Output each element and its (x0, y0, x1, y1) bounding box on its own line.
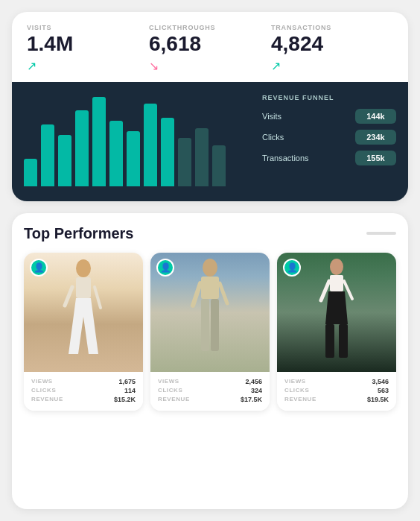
svg-rect-12 (330, 275, 343, 291)
bar-group (127, 131, 140, 186)
performer-figure (311, 257, 363, 372)
clicks-value: 563 (378, 387, 389, 394)
bar-group (41, 124, 54, 186)
performer-image: 👤 (24, 253, 143, 372)
chart-bar (178, 138, 191, 186)
bar-group (212, 145, 226, 186)
performers-header: Top Performers (24, 225, 396, 242)
bar-group (178, 138, 191, 186)
transactions-trend-icon: ↗ (271, 59, 393, 73)
svg-marker-2 (69, 298, 98, 354)
performer-avatar: 👤 (30, 259, 48, 277)
chart-bar (212, 145, 226, 186)
revenue-label: REVENUE (158, 396, 190, 402)
performer-figure (184, 257, 236, 372)
performer-card[interactable]: 👤 VIEWS 1,675 CLICKS 114 REVENUE (24, 253, 143, 411)
clicks-row: CLICKS 114 (31, 387, 136, 394)
funnel-row-value: 234k (355, 130, 396, 145)
svg-line-3 (65, 287, 72, 306)
performer-image: 👤 (150, 253, 270, 372)
svg-rect-14 (325, 324, 334, 358)
performers-grid: 👤 VIEWS 1,675 CLICKS 114 REVENUE (24, 253, 396, 411)
visits-trend-icon: ↗ (27, 59, 149, 73)
views-value: 3,546 (372, 378, 389, 385)
chart-bar (41, 124, 54, 186)
funnel-row-label: Clicks (262, 133, 284, 142)
chart-bar (92, 97, 106, 186)
funnel-row: Visits 144k (262, 109, 396, 124)
clicks-value: 114 (124, 387, 136, 394)
views-value: 1,675 (118, 378, 136, 385)
svg-rect-15 (339, 324, 348, 358)
revenue-label: REVENUE (284, 396, 316, 402)
funnel-row-value: 144k (355, 109, 396, 124)
svg-rect-7 (201, 299, 209, 351)
chart-bar (24, 159, 37, 186)
performer-image: 👤 (277, 253, 396, 372)
funnel-row-label: Visits (262, 112, 281, 121)
clickthroughs-trend-icon: ↘ (149, 59, 271, 73)
svg-rect-6 (201, 277, 219, 299)
clicks-row: CLICKS 324 (158, 387, 262, 394)
performers-title: Top Performers (24, 225, 133, 242)
clicks-label: CLICKS (158, 387, 182, 394)
bar-group (109, 121, 123, 186)
bar-group (195, 128, 209, 186)
bar-group (75, 110, 89, 186)
performer-card[interactable]: 👤 VIEWS 2,456 CLICKS 324 (150, 253, 270, 411)
chart-bar (109, 121, 123, 186)
svg-point-5 (203, 259, 217, 277)
performer-avatar: 👤 (283, 259, 301, 277)
svg-point-0 (76, 259, 91, 277)
visits-stat: VISITS 1.4M ↗ (27, 24, 149, 73)
chart-bar (161, 118, 174, 186)
performer-figure (57, 257, 109, 372)
revenue-row: REVENUE $17.5K (158, 396, 262, 403)
views-label: VIEWS (31, 378, 53, 385)
clicks-row: CLICKS 563 (284, 387, 389, 394)
svg-line-4 (95, 287, 101, 308)
svg-line-9 (193, 283, 200, 306)
svg-rect-1 (76, 277, 91, 298)
revenue-value: $15.2K (114, 396, 136, 403)
clicks-label: CLICKS (31, 387, 56, 394)
svg-line-17 (344, 281, 352, 299)
views-label: VIEWS (158, 378, 179, 385)
chart-section: REVENUE FUNNEL Visits 144k Clicks 234k T… (12, 82, 408, 201)
performer-card[interactable]: 👤 VIEWS 3,546 CLICKS 563 (277, 253, 396, 411)
svg-rect-8 (211, 299, 219, 351)
performer-avatar: 👤 (156, 259, 174, 277)
chart-bar (58, 135, 71, 186)
funnel-row: Transactions 155k (262, 151, 396, 165)
avatar-icon: 👤 (34, 262, 45, 273)
top-performers-card: Top Performers 👤 VIEWS 1,675 CLIC (12, 213, 408, 509)
visits-value: 1.4M (27, 33, 149, 56)
transactions-label: TRANSACTIONS (271, 24, 393, 31)
top-stats-card: VISITS 1.4M ↗ CLICKTHROUGHS 6,618 ↘ TRAN… (12, 12, 408, 201)
chart-bar (144, 104, 157, 186)
views-row: VIEWS 2,456 (158, 378, 262, 385)
bar-group (24, 159, 37, 186)
transactions-value: 4,824 (271, 33, 393, 56)
transactions-stat: TRANSACTIONS 4,824 ↗ (271, 24, 393, 73)
funnel-title: REVENUE FUNNEL (262, 94, 396, 101)
visits-label: VISITS (27, 24, 149, 31)
svg-marker-13 (325, 291, 348, 324)
avatar-icon: 👤 (287, 262, 298, 273)
performer-stats: VIEWS 3,546 CLICKS 563 REVENUE $19.5K (277, 372, 396, 411)
clickthroughs-stat: CLICKTHROUGHS 6,618 ↘ (149, 24, 271, 73)
funnel-row-value: 155k (355, 151, 396, 165)
chart-bar (195, 128, 209, 186)
bar-chart (24, 94, 253, 189)
scroll-indicator (366, 232, 396, 235)
bar-group (92, 97, 106, 186)
chart-bar (127, 131, 140, 186)
views-row: VIEWS 1,675 (31, 378, 136, 385)
funnel-panel: REVENUE FUNNEL Visits 144k Clicks 234k T… (262, 94, 396, 189)
performer-stats: VIEWS 2,456 CLICKS 324 REVENUE $17.5K (150, 372, 270, 411)
clicks-label: CLICKS (284, 387, 309, 394)
avatar-icon: 👤 (160, 262, 171, 273)
stats-row: VISITS 1.4M ↗ CLICKTHROUGHS 6,618 ↘ TRAN… (12, 12, 408, 82)
clicks-value: 324 (251, 387, 262, 394)
svg-point-11 (330, 259, 343, 275)
